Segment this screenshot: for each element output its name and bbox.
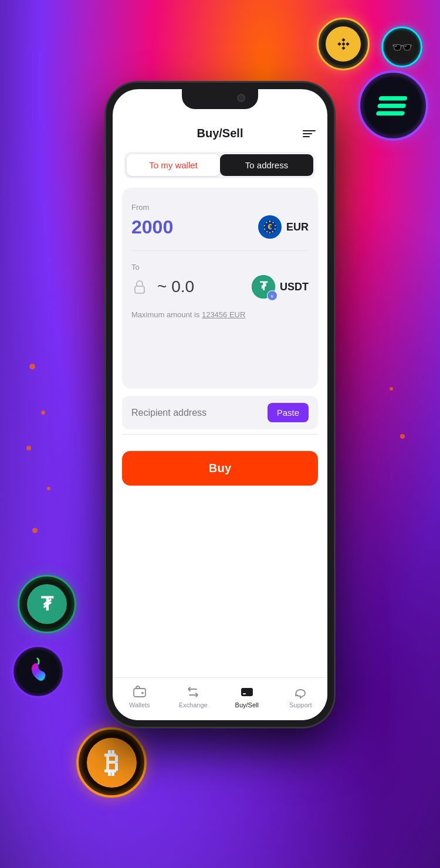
to-label: To bbox=[131, 263, 309, 272]
dot-2 bbox=[41, 411, 45, 415]
field-divider bbox=[131, 250, 309, 251]
coin-solana bbox=[358, 70, 428, 141]
nav-support[interactable]: Support bbox=[274, 685, 328, 708]
nav-exchange[interactable]: Exchange bbox=[167, 685, 221, 708]
to-value[interactable]: ~ 0.0 bbox=[157, 277, 194, 296]
tether-icon: ₮ bbox=[27, 584, 67, 624]
nav-wallets-label: Wallets bbox=[129, 701, 150, 708]
bottom-nav: Wallets Exchange bbox=[113, 677, 327, 720]
from-label: From bbox=[131, 203, 309, 212]
svg-point-10 bbox=[275, 225, 276, 226]
nav-buysell-label: Buy/Sell bbox=[235, 701, 259, 708]
svg-rect-2 bbox=[378, 96, 407, 101]
menu-button[interactable] bbox=[303, 130, 316, 137]
to-field-row: ~ 0.0 ₮ bbox=[131, 275, 309, 299]
from-value[interactable]: 2000 bbox=[131, 216, 173, 238]
exchange-icon bbox=[186, 685, 200, 699]
bitcoin-icon: ₿ bbox=[87, 738, 137, 788]
svg-point-13 bbox=[269, 232, 270, 233]
support-icon bbox=[293, 685, 307, 699]
recipient-section: Paste bbox=[122, 396, 318, 429]
svg-rect-24 bbox=[134, 689, 145, 697]
lock-icon bbox=[131, 279, 148, 295]
header: Buy/Sell bbox=[113, 117, 327, 147]
paste-button[interactable]: Paste bbox=[268, 403, 309, 422]
svg-rect-3 bbox=[377, 103, 405, 108]
max-amount-text: Maximum amount is 123456 EUR bbox=[131, 310, 309, 319]
nav-wallets[interactable]: Wallets bbox=[113, 685, 167, 708]
coin-chili bbox=[12, 645, 65, 698]
bottom-divider bbox=[122, 434, 318, 435]
tab-my-wallet[interactable]: To my wallet bbox=[127, 154, 220, 176]
camera-dot bbox=[237, 94, 245, 102]
phone-notch bbox=[182, 89, 258, 109]
nav-support-label: Support bbox=[289, 701, 312, 708]
coin-bitcoin: ₿ bbox=[76, 727, 147, 798]
svg-point-16 bbox=[264, 225, 265, 226]
from-field-group: From 2000 € bbox=[131, 197, 309, 245]
svg-text:₮: ₮ bbox=[260, 280, 268, 293]
menu-line-3 bbox=[303, 136, 310, 137]
usdt-currency-icon: ₮ E bbox=[252, 275, 275, 299]
max-amount-link[interactable]: 123456 EUR bbox=[202, 310, 245, 319]
buy-button[interactable]: Buy bbox=[122, 451, 318, 486]
menu-line-1 bbox=[303, 130, 316, 131]
recipient-input[interactable] bbox=[131, 408, 268, 418]
coin-tether: ₮ bbox=[18, 575, 76, 633]
svg-rect-4 bbox=[375, 111, 404, 116]
dot-4 bbox=[47, 487, 50, 490]
svg-rect-27 bbox=[241, 690, 253, 692]
to-field-group: To ~ 0.0 bbox=[131, 257, 309, 304]
tab-toggle: To my wallet To address bbox=[124, 152, 316, 178]
eth-sub-badge: E bbox=[267, 290, 277, 301]
phone-frame: Buy/Sell To my wallet To address bbox=[106, 82, 334, 727]
svg-rect-19 bbox=[135, 286, 144, 293]
eur-currency-icon: € bbox=[258, 215, 282, 239]
buysell-icon bbox=[240, 685, 254, 699]
svg-point-14 bbox=[266, 231, 268, 232]
from-field-row: 2000 € bbox=[131, 215, 309, 239]
svg-rect-25 bbox=[141, 692, 144, 694]
svg-point-9 bbox=[272, 222, 273, 223]
dot-6 bbox=[390, 387, 393, 391]
dot-5 bbox=[32, 528, 38, 533]
svg-text:€: € bbox=[268, 222, 272, 231]
svg-rect-28 bbox=[243, 693, 246, 694]
spacer bbox=[113, 495, 327, 677]
from-currency-name: EUR bbox=[286, 221, 309, 233]
tab-to-address[interactable]: To address bbox=[220, 154, 313, 176]
binance-icon bbox=[326, 26, 361, 62]
svg-point-15 bbox=[264, 228, 265, 229]
dot-3 bbox=[26, 446, 31, 450]
form-area: From 2000 € bbox=[122, 188, 318, 389]
svg-point-17 bbox=[266, 222, 267, 223]
coin-glasses: 🕶️ bbox=[381, 26, 422, 67]
nav-buysell[interactable]: Buy/Sell bbox=[220, 685, 274, 708]
to-currency-name: USDT bbox=[280, 281, 309, 293]
from-currency-badge[interactable]: € bbox=[258, 215, 309, 239]
to-currency-badge[interactable]: ₮ E USDT bbox=[252, 275, 309, 299]
coin-binance bbox=[317, 18, 370, 70]
wallet-icon bbox=[133, 685, 147, 699]
svg-point-11 bbox=[275, 228, 276, 229]
svg-point-12 bbox=[272, 231, 273, 232]
nav-exchange-label: Exchange bbox=[179, 701, 208, 708]
dot-1 bbox=[29, 364, 35, 369]
svg-text:E: E bbox=[271, 294, 273, 298]
page-title: Buy/Sell bbox=[197, 127, 243, 140]
menu-line-2 bbox=[303, 133, 312, 134]
dot-7 bbox=[400, 434, 405, 439]
svg-point-18 bbox=[269, 221, 270, 222]
